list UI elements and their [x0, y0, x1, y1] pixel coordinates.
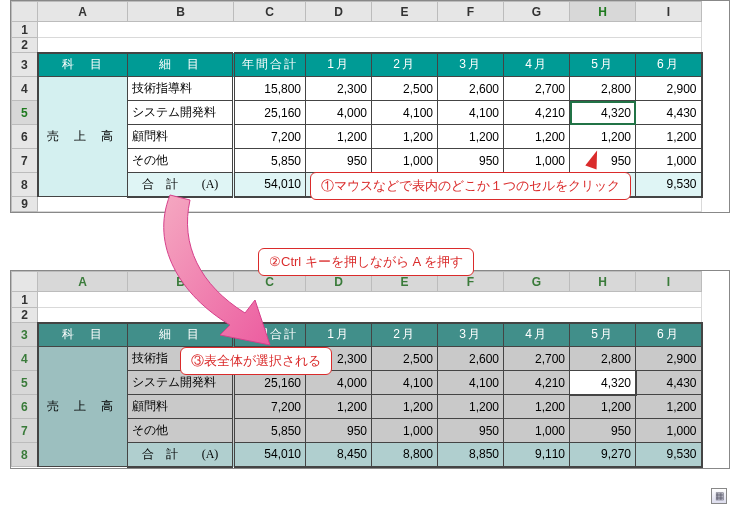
- row-header-6[interactable]: 6: [12, 125, 38, 149]
- col-header-H[interactable]: H: [570, 2, 636, 22]
- cell[interactable]: 4,100: [372, 371, 438, 395]
- cell[interactable]: 5,850: [234, 419, 306, 443]
- cell[interactable]: 1,200: [438, 395, 504, 419]
- cell[interactable]: 4,430: [636, 101, 702, 125]
- cell[interactable]: 15,800: [234, 77, 306, 101]
- select-all-corner[interactable]: [12, 272, 38, 292]
- cell[interactable]: 950: [438, 149, 504, 173]
- cell[interactable]: 1,200: [372, 125, 438, 149]
- active-cell-H5[interactable]: 4,320: [570, 101, 636, 125]
- cell[interactable]: 2,500: [372, 77, 438, 101]
- col-header-F[interactable]: F: [438, 2, 504, 22]
- row-header-7[interactable]: 7: [12, 149, 38, 173]
- cell[interactable]: 1,000: [636, 149, 702, 173]
- row-header-3[interactable]: 3: [12, 53, 38, 77]
- cell[interactable]: 950: [570, 419, 636, 443]
- row-header-6[interactable]: 6: [12, 395, 38, 419]
- row-header-4[interactable]: 4: [12, 77, 38, 101]
- item-name[interactable]: その他: [128, 149, 234, 173]
- cell[interactable]: 1,200: [438, 125, 504, 149]
- cell[interactable]: 1,200: [570, 395, 636, 419]
- cell[interactable]: 9,270: [570, 443, 636, 467]
- cell[interactable]: 54,010: [234, 443, 306, 467]
- row-header-2[interactable]: 2: [12, 38, 38, 53]
- cell[interactable]: 1,200: [636, 395, 702, 419]
- cell[interactable]: 1,200: [636, 125, 702, 149]
- item-name[interactable]: 顧問料: [128, 395, 234, 419]
- total-label[interactable]: 合 計 (A): [128, 173, 234, 197]
- cell[interactable]: 1,200: [570, 125, 636, 149]
- select-all-corner[interactable]: [12, 2, 38, 22]
- col-header-G[interactable]: G: [504, 2, 570, 22]
- cell[interactable]: 2,600: [438, 347, 504, 371]
- grid-bottom[interactable]: A B C D E F G H I 1 2 3 科 目 細 目 年間合計 1月 …: [11, 271, 703, 468]
- row-header-1[interactable]: 1: [12, 22, 38, 38]
- cell[interactable]: 2,600: [438, 77, 504, 101]
- cell[interactable]: 2,900: [636, 77, 702, 101]
- cell[interactable]: 8,450: [306, 443, 372, 467]
- row-header-8[interactable]: 8: [12, 173, 38, 197]
- cell[interactable]: 1,000: [372, 419, 438, 443]
- row-header-4[interactable]: 4: [12, 347, 38, 371]
- col-header-H[interactable]: H: [570, 272, 636, 292]
- cell[interactable]: 9,110: [504, 443, 570, 467]
- cell[interactable]: 2,500: [372, 347, 438, 371]
- cell[interactable]: 8,800: [372, 443, 438, 467]
- row-header-5[interactable]: 5: [12, 101, 38, 125]
- item-name[interactable]: システム開発料: [128, 101, 234, 125]
- cell[interactable]: 950: [306, 419, 372, 443]
- cell[interactable]: 1,000: [372, 149, 438, 173]
- cell[interactable]: 1,200: [372, 395, 438, 419]
- cell[interactable]: 8,850: [438, 443, 504, 467]
- cell[interactable]: 1,000: [504, 419, 570, 443]
- cell[interactable]: 4,100: [372, 101, 438, 125]
- cell[interactable]: 950: [438, 419, 504, 443]
- cell[interactable]: 2,700: [504, 347, 570, 371]
- col-header-I[interactable]: I: [636, 272, 702, 292]
- cell[interactable]: 2,800: [570, 347, 636, 371]
- row-header-8[interactable]: 8: [12, 443, 38, 467]
- col-header-C[interactable]: C: [234, 2, 306, 22]
- cell[interactable]: 2,800: [570, 77, 636, 101]
- cell[interactable]: 950: [306, 149, 372, 173]
- cell[interactable]: 9,530: [636, 173, 702, 197]
- cell[interactable]: 4,100: [438, 101, 504, 125]
- cell[interactable]: [38, 38, 702, 53]
- cell[interactable]: [38, 22, 702, 38]
- cell[interactable]: 2,700: [504, 77, 570, 101]
- cell[interactable]: 4,210: [504, 101, 570, 125]
- cell[interactable]: 7,200: [234, 125, 306, 149]
- cell[interactable]: 7,200: [234, 395, 306, 419]
- col-header-B[interactable]: B: [128, 2, 234, 22]
- total-label[interactable]: 合 計 (A): [128, 443, 234, 467]
- cell[interactable]: 54,010: [234, 173, 306, 197]
- cell[interactable]: 1,200: [306, 395, 372, 419]
- cell[interactable]: 9,530: [636, 443, 702, 467]
- row-header-9[interactable]: 9: [12, 197, 38, 212]
- row-header-3[interactable]: 3: [12, 323, 38, 347]
- item-name[interactable]: その他: [128, 419, 234, 443]
- col-header-B[interactable]: B: [128, 272, 234, 292]
- cell[interactable]: 1,200: [504, 395, 570, 419]
- cell[interactable]: 4,210: [504, 371, 570, 395]
- cell[interactable]: 5,850: [234, 149, 306, 173]
- cell[interactable]: 4,000: [306, 101, 372, 125]
- col-header-G[interactable]: G: [504, 272, 570, 292]
- cell[interactable]: 4,100: [438, 371, 504, 395]
- cell[interactable]: 2,300: [306, 77, 372, 101]
- col-header-A[interactable]: A: [38, 272, 128, 292]
- row-header-5[interactable]: 5: [12, 371, 38, 395]
- cell[interactable]: 1,000: [636, 419, 702, 443]
- col-header-D[interactable]: D: [306, 2, 372, 22]
- cell[interactable]: 25,160: [234, 101, 306, 125]
- cell[interactable]: 4,430: [636, 371, 702, 395]
- row-header-1[interactable]: 1: [12, 292, 38, 308]
- cell[interactable]: [38, 292, 702, 308]
- row-header-2[interactable]: 2: [12, 308, 38, 323]
- display-settings-icon[interactable]: ▦: [711, 488, 727, 504]
- col-header-I[interactable]: I: [636, 2, 702, 22]
- active-cell-H5[interactable]: 4,320: [570, 371, 636, 395]
- cell[interactable]: 1,000: [504, 149, 570, 173]
- cell[interactable]: 1,200: [504, 125, 570, 149]
- col-header-A[interactable]: A: [38, 2, 128, 22]
